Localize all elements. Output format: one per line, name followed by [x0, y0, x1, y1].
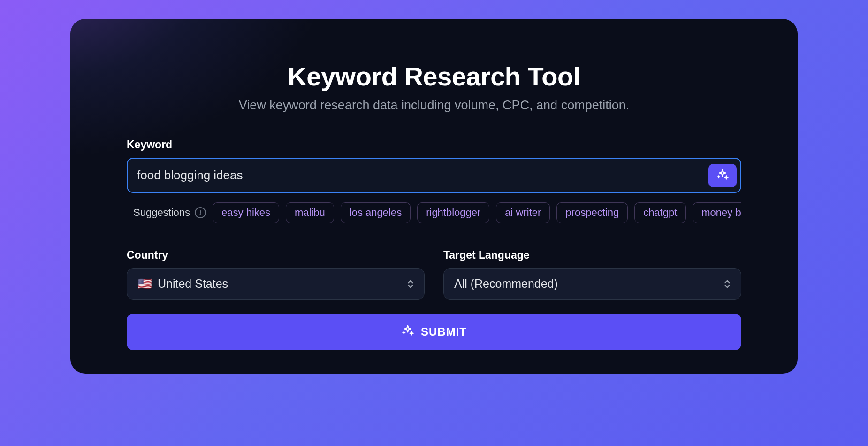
tool-card: Keyword Research Tool View keyword resea…	[70, 19, 798, 374]
keyword-label: Keyword	[127, 138, 741, 151]
country-label: Country	[127, 249, 425, 261]
sparkle-icon	[401, 324, 414, 340]
suggestion-chip[interactable]: ai writer	[496, 202, 550, 223]
suggestion-chip[interactable]: malibu	[286, 202, 334, 223]
keyword-input-wrap	[127, 158, 741, 193]
form-section: Keyword Suggestions i	[127, 138, 741, 350]
info-icon[interactable]: i	[195, 207, 206, 218]
suggestion-chip[interactable]: easy hikes	[213, 202, 279, 223]
language-column: Target Language All (Recommended)	[443, 249, 741, 300]
suggestion-chip[interactable]: prospecting	[556, 202, 628, 223]
language-label: Target Language	[443, 249, 741, 261]
ai-suggest-button[interactable]	[708, 164, 737, 187]
suggestion-chips: easy hikes malibu los angeles rightblogg…	[213, 202, 741, 223]
suggestions-label-text: Suggestions	[133, 207, 190, 219]
suggestion-chip[interactable]: los angeles	[341, 202, 411, 223]
chevron-updown-icon	[724, 279, 731, 289]
language-value: All (Recommended)	[454, 277, 558, 291]
content-area: Keyword Research Tool View keyword resea…	[70, 19, 798, 374]
keyword-input[interactable]	[137, 161, 708, 189]
country-text: United States	[158, 277, 228, 291]
country-column: Country 🇺🇸 United States	[127, 249, 425, 300]
language-text: All (Recommended)	[454, 277, 558, 291]
country-select[interactable]: 🇺🇸 United States	[127, 268, 425, 300]
chevron-updown-icon	[407, 279, 414, 289]
suggestion-chip[interactable]: money blogging	[693, 202, 741, 223]
sparkle-icon	[716, 168, 729, 183]
suggestion-chip[interactable]: chatgpt	[634, 202, 686, 223]
submit-label: SUBMIT	[421, 325, 467, 338]
selects-row: Country 🇺🇸 United States Target Langua	[127, 249, 741, 300]
page-subtitle: View keyword research data including vol…	[127, 98, 741, 113]
submit-button[interactable]: SUBMIT	[127, 314, 741, 350]
suggestions-label: Suggestions i	[127, 207, 206, 219]
flag-icon: 🇺🇸	[137, 277, 152, 291]
suggestions-row: Suggestions i easy hikes malibu los ange…	[127, 202, 741, 223]
page-title: Keyword Research Tool	[127, 61, 741, 92]
country-value: 🇺🇸 United States	[137, 277, 228, 291]
suggestion-chip[interactable]: rightblogger	[417, 202, 489, 223]
language-select[interactable]: All (Recommended)	[443, 268, 741, 300]
